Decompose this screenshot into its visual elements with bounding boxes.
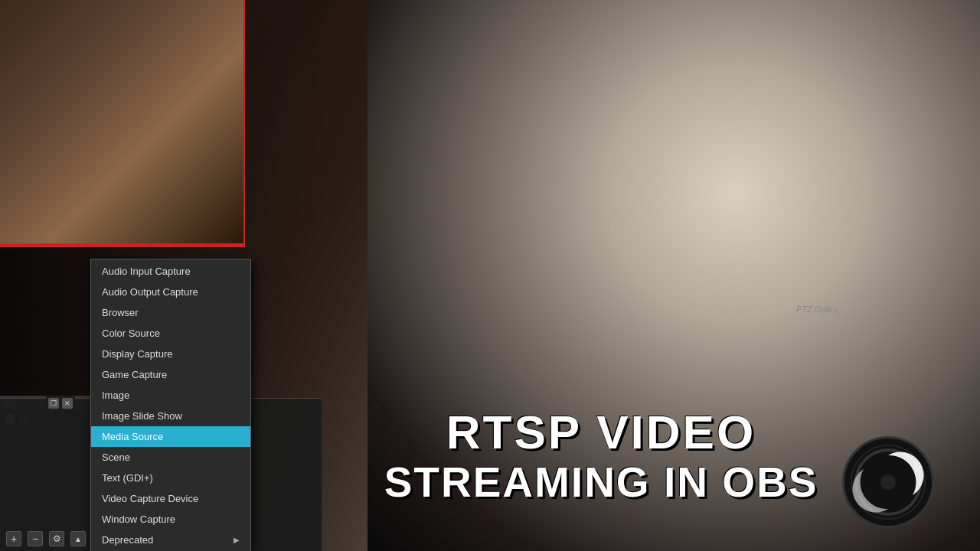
- menu-item-game-capture[interactable]: Game Capture: [91, 364, 250, 385]
- menu-item-audio-input-capture[interactable]: Audio Input Capture: [91, 261, 250, 282]
- move-up-button[interactable]: ▲: [70, 531, 86, 546]
- menu-item-image-slide-show[interactable]: Image Slide Show: [91, 406, 250, 426]
- menu-item-color-source[interactable]: Color Source: [91, 323, 250, 344]
- menu-item-window-capture[interactable]: Window Capture: [91, 509, 250, 530]
- title-line2: STREAMING IN OBS: [375, 459, 827, 506]
- menu-item-media-source[interactable]: Media Source: [91, 426, 250, 447]
- obs-logo: [842, 436, 934, 528]
- menu-item-deprecated[interactable]: Deprecated ▶: [91, 530, 250, 550]
- svg-point-3: [880, 474, 896, 490]
- remove-source-button[interactable]: −: [28, 531, 43, 546]
- recording-border: [0, 245, 245, 247]
- menu-item-video-capture-device[interactable]: Video Capture Device: [91, 488, 250, 509]
- close-button[interactable]: ✕: [62, 398, 73, 409]
- settings-button[interactable]: ⚙: [49, 531, 64, 546]
- restore-button[interactable]: ❐: [48, 398, 59, 409]
- menu-item-display-capture[interactable]: Display Capture: [91, 344, 250, 364]
- menu-item-scene[interactable]: Scene: [91, 447, 250, 468]
- add-source-button[interactable]: +: [6, 531, 21, 546]
- title-overlay: RTSP VIDEO STREAMING IN OBS: [375, 406, 827, 505]
- menu-item-audio-output-capture[interactable]: Audio Output Capture: [91, 282, 250, 302]
- menu-item-browser[interactable]: Browser: [91, 302, 250, 323]
- menu-item-image[interactable]: Image: [91, 385, 250, 406]
- preview-box: [0, 0, 245, 245]
- obs-logo-circle: [842, 436, 934, 528]
- context-menu: Audio Input Capture Audio Output Capture…: [90, 259, 251, 551]
- ptz-optics-label: PTZ Optics: [796, 305, 838, 314]
- obs-logo-svg: [850, 444, 926, 520]
- deprecated-arrow-icon: ▶: [234, 536, 240, 544]
- title-line1: RTSP VIDEO: [375, 406, 827, 458]
- window-controls: ❐ ✕: [46, 396, 75, 411]
- menu-item-text-gdip[interactable]: Text (GDI+): [91, 468, 250, 488]
